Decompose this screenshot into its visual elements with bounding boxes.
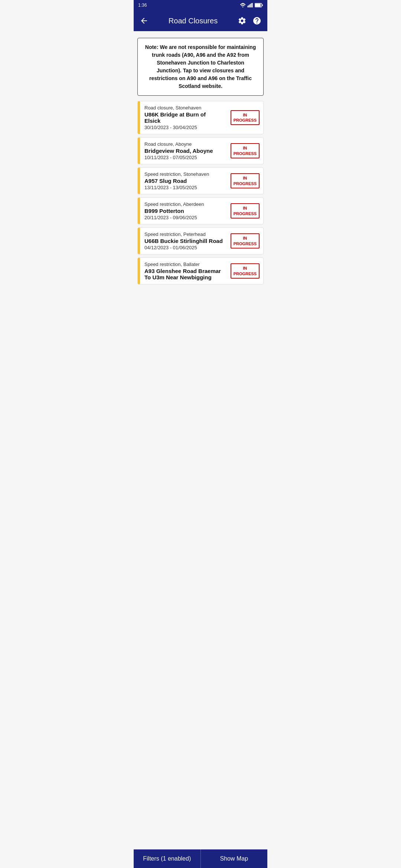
in-progress-badge: IN PROGRESS xyxy=(231,173,260,188)
closure-card-body: Road closure, Aboyne Bridgeview Road, Ab… xyxy=(140,138,227,164)
show-map-button[interactable]: Show Map xyxy=(201,849,268,868)
closure-location: A93 Glenshee Road Braemar To U3m Near Ne… xyxy=(144,268,223,280)
filters-button[interactable]: Filters (1 enabled) xyxy=(134,849,201,868)
wifi-icon xyxy=(240,3,246,7)
in-progress-badge: IN PROGRESS xyxy=(231,203,260,218)
bottom-bar: Filters (1 enabled) Show Map xyxy=(134,849,267,868)
closure-type: Speed restriction, Ballater xyxy=(144,262,223,267)
app-bar: Road Closures xyxy=(134,10,267,31)
closure-card-body: Speed restriction, Stonehaven A957 Slug … xyxy=(140,168,227,194)
in-progress-badge: IN PROGRESS xyxy=(231,143,260,158)
notice-box[interactable]: Note: We are not responsible for maintai… xyxy=(137,38,264,96)
back-button[interactable] xyxy=(137,13,151,28)
main-content: Note: We are not responsible for maintai… xyxy=(134,31,267,325)
closure-type: Speed restriction, Aberdeen xyxy=(144,201,223,207)
closure-card-2[interactable]: Speed restriction, Stonehaven A957 Slug … xyxy=(137,167,264,194)
closure-type: Speed restriction, Stonehaven xyxy=(144,171,223,177)
closure-location: U66B Buckie Stirlinghill Road xyxy=(144,238,223,244)
closure-card-5[interactable]: Speed restriction, Ballater A93 Glenshee… xyxy=(137,257,264,285)
back-icon xyxy=(140,16,149,25)
closure-dates: 13/11/2023 - 13/05/2025 xyxy=(144,185,223,190)
notice-text: Note: We are not responsible for maintai… xyxy=(144,43,257,90)
closure-list: Road closure, Stonehaven U86K Bridge at … xyxy=(137,101,264,285)
closure-badge-container: IN PROGRESS xyxy=(227,198,263,224)
closure-card-3[interactable]: Speed restriction, Aberdeen B999 Pottert… xyxy=(137,197,264,224)
svg-rect-2 xyxy=(249,5,250,7)
closure-badge-container: IN PROGRESS xyxy=(227,228,263,254)
svg-rect-4 xyxy=(251,3,252,7)
status-bar-icons xyxy=(240,3,263,7)
closure-badge-container: IN PROGRESS xyxy=(227,258,263,284)
closure-badge-container: IN PROGRESS xyxy=(227,168,263,194)
svg-rect-8 xyxy=(262,4,263,6)
closure-card-1[interactable]: Road closure, Aboyne Bridgeview Road, Ab… xyxy=(137,137,264,164)
closure-card-body: Road closure, Stonehaven U86K Bridge at … xyxy=(140,101,227,134)
time-display: 1:36 xyxy=(138,3,147,8)
closure-card-body: Speed restriction, Peterhead U66B Buckie… xyxy=(140,228,227,254)
in-progress-badge: IN PROGRESS xyxy=(231,233,260,249)
settings-icon xyxy=(238,16,247,25)
help-button[interactable] xyxy=(250,13,264,28)
closure-card-0[interactable]: Road closure, Stonehaven U86K Bridge at … xyxy=(137,101,264,134)
closure-location: A957 Slug Road xyxy=(144,178,223,184)
closure-location: B999 Potterton xyxy=(144,208,223,214)
closure-dates: 04/12/2023 - 01/06/2025 xyxy=(144,245,223,250)
closure-badge-container: IN PROGRESS xyxy=(227,101,263,134)
in-progress-badge: IN PROGRESS xyxy=(231,263,260,279)
closure-card-body: Speed restriction, Aberdeen B999 Pottert… xyxy=(140,198,227,224)
svg-rect-1 xyxy=(248,6,248,8)
closure-dates: 20/11/2023 - 09/06/2025 xyxy=(144,215,223,220)
settings-button[interactable] xyxy=(235,13,250,28)
signal-icon xyxy=(247,3,253,7)
closure-card-4[interactable]: Speed restriction, Peterhead U66B Buckie… xyxy=(137,227,264,254)
battery-icon xyxy=(255,3,263,7)
svg-rect-7 xyxy=(255,4,261,7)
svg-point-0 xyxy=(242,6,244,7)
closure-card-body: Speed restriction, Ballater A93 Glenshee… xyxy=(140,258,227,284)
closure-dates: 30/10/2023 - 30/04/2025 xyxy=(144,125,223,130)
svg-rect-3 xyxy=(250,4,251,7)
status-bar-time: 1:36 xyxy=(138,3,147,8)
closure-type: Road closure, Aboyne xyxy=(144,141,223,147)
closure-dates: 10/11/2023 - 07/05/2025 xyxy=(144,155,223,160)
closure-location: Bridgeview Road, Aboyne xyxy=(144,148,223,154)
closure-badge-container: IN PROGRESS xyxy=(227,138,263,164)
status-bar: 1:36 xyxy=(134,0,267,10)
closure-type: Speed restriction, Peterhead xyxy=(144,231,223,237)
svg-rect-5 xyxy=(252,3,253,7)
closure-location: U86K Bridge at Burn of Elsick xyxy=(144,111,223,124)
in-progress-badge: IN PROGRESS xyxy=(231,110,260,125)
page-title: Road Closures xyxy=(151,17,235,25)
help-icon xyxy=(252,16,261,25)
closure-type: Road closure, Stonehaven xyxy=(144,105,223,111)
